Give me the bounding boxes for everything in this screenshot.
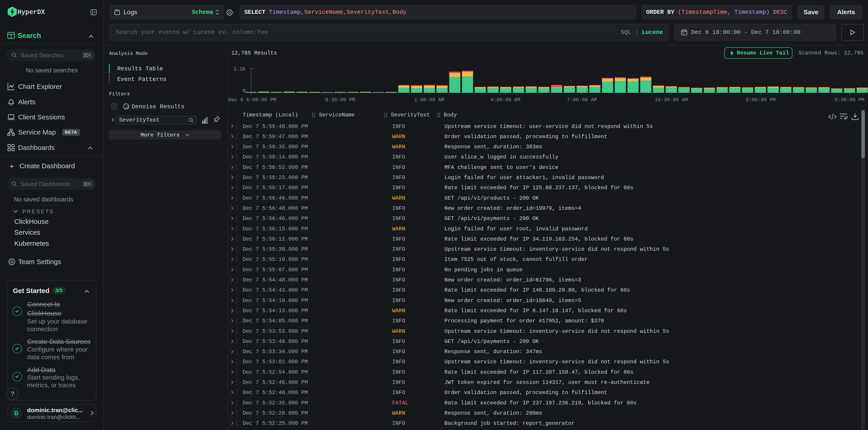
svg-text:7:00:00 AM: 7:00:00 AM [567, 97, 597, 103]
svg-text:0: 0 [243, 88, 246, 94]
svg-text:2:00:00 PM: 2:00:00 PM [746, 97, 775, 103]
svg-text:4:00:00 AM: 4:00:00 AM [490, 97, 520, 103]
svg-text:1.2K: 1.2K [234, 66, 246, 72]
svg-text:10:30:00 AM: 10:30:00 AM [655, 97, 687, 103]
svg-text:Dec 6 6:00:00 PM: Dec 6 6:00:00 PM [228, 97, 276, 103]
svg-text:9:30:00 PM: 9:30:00 PM [325, 97, 355, 103]
svg-text:5:30:00 PM: 5:30:00 PM [835, 97, 864, 103]
svg-text:1:00:00 AM: 1:00:00 AM [414, 97, 444, 103]
